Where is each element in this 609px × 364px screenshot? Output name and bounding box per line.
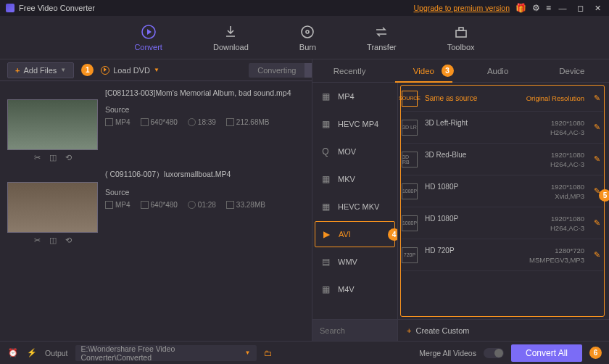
hint-badge-3: 3 bbox=[442, 65, 454, 77]
merge-toggle[interactable] bbox=[484, 348, 504, 358]
gift-icon[interactable]: 🎁 bbox=[515, 3, 526, 13]
cut-icon[interactable]: ✂ bbox=[34, 153, 41, 162]
effects-icon[interactable]: ⟲ bbox=[65, 236, 72, 245]
codec-value: MP4 bbox=[105, 201, 130, 209]
fmt-avi[interactable]: ▶AVI4 bbox=[315, 221, 395, 247]
tab-transfer[interactable]: Transfer bbox=[362, 21, 401, 54]
tab-toolbox[interactable]: Toolbox bbox=[443, 21, 479, 54]
preset-resolution: Original Resolution bbox=[526, 94, 584, 102]
output-label: Output bbox=[45, 349, 68, 357]
ptab-audio[interactable]: Audio bbox=[461, 59, 535, 82]
ptab-video-label: Video bbox=[413, 67, 434, 75]
file-item: ( C091106-007）luxorsmallboat.MP4 ✂ ◫ ⟲ S… bbox=[7, 170, 304, 245]
create-custom-button[interactable]: Create Custom bbox=[398, 326, 478, 335]
effects-icon[interactable]: ⟲ bbox=[65, 153, 72, 162]
svg-rect-4 bbox=[456, 30, 466, 37]
maximize-button[interactable]: ◻ bbox=[574, 3, 586, 13]
schedule-icon[interactable]: ⏰ bbox=[7, 348, 19, 357]
fmt-m4v[interactable]: ▦M4V bbox=[312, 276, 397, 303]
film-icon: ▤ bbox=[320, 257, 331, 267]
panel-tabs: Recently Video 3 Audio Device bbox=[312, 59, 609, 83]
gpu-icon[interactable]: ⚡ bbox=[26, 348, 38, 357]
fmt-mkv[interactable]: ▦MKV bbox=[312, 165, 397, 193]
preset-icon: SOURCE bbox=[402, 91, 418, 107]
edit-icon[interactable]: ✎ bbox=[592, 123, 602, 133]
minimize-button[interactable]: — bbox=[557, 3, 568, 13]
edit-icon[interactable]: ✎ bbox=[592, 218, 602, 228]
preset-item[interactable]: 3D LR 3D Left-Right1920*1080 H264,AC-3 ✎ bbox=[402, 112, 603, 144]
disc-icon bbox=[101, 66, 109, 75]
tab-transfer-label: Transfer bbox=[367, 43, 397, 51]
convert-icon bbox=[141, 24, 157, 40]
load-dvd-button[interactable]: Load DVD ▼ bbox=[101, 66, 160, 75]
preset-item[interactable]: 1080P HD 1080P1920*1080 Xvid,MP3 ✎ bbox=[402, 175, 603, 207]
video-thumbnail[interactable] bbox=[7, 99, 98, 150]
crop-icon[interactable]: ◫ bbox=[49, 153, 57, 162]
edit-icon[interactable]: ✎ bbox=[592, 154, 602, 165]
fmt-wmv[interactable]: ▤WMV bbox=[312, 248, 397, 276]
duration-value: 01:28 bbox=[188, 201, 216, 209]
fmt-mov[interactable]: QMOV bbox=[312, 138, 397, 165]
preset-resolution: 1920*1080 bbox=[551, 183, 584, 191]
svg-point-2 bbox=[302, 26, 313, 38]
crop-icon[interactable]: ◫ bbox=[49, 236, 57, 245]
app-logo-icon bbox=[6, 4, 14, 12]
svg-point-3 bbox=[306, 30, 309, 33]
fmt-hevc-mkv[interactable]: ▦HEVC MKV bbox=[312, 193, 397, 220]
convert-all-button[interactable]: Convert All bbox=[511, 344, 582, 362]
film-icon: ▦ bbox=[320, 174, 331, 184]
preset-name: HD 720P bbox=[425, 247, 455, 255]
tab-download[interactable]: Download bbox=[209, 21, 253, 54]
format-list: ▦MP4 ▦HEVC MP4 QMOV ▦MKV ▦HEVC MKV ▶AVI4… bbox=[312, 83, 398, 319]
burn-icon bbox=[299, 24, 315, 40]
video-thumbnail[interactable] bbox=[7, 182, 98, 233]
preset-codec: MSMPEGV3,MP3 bbox=[425, 256, 584, 264]
play-icon: ▶ bbox=[320, 229, 332, 239]
upgrade-link[interactable]: Upgrade to premium version bbox=[414, 4, 510, 12]
preset-item[interactable]: 720P HD 720P1280*720 MSMPEGV3,MP3 ✎ bbox=[402, 239, 603, 271]
film-icon: ▦ bbox=[320, 91, 331, 102]
seg-converting[interactable]: Converting bbox=[249, 63, 304, 78]
add-files-button[interactable]: + Add Files ▼ bbox=[7, 62, 74, 78]
cut-icon[interactable]: ✂ bbox=[34, 236, 41, 245]
settings-icon[interactable]: ⚙ bbox=[532, 3, 540, 13]
edit-icon[interactable]: ✎ bbox=[592, 250, 602, 260]
film-icon: ▦ bbox=[320, 119, 331, 129]
output-path-select[interactable]: E:\Wondershare Free Video Converter\Conv… bbox=[75, 345, 257, 361]
fmt-mp4[interactable]: ▦MP4 bbox=[312, 83, 397, 110]
duration-value: 18:39 bbox=[188, 118, 216, 126]
size-value: 33.28MB bbox=[226, 201, 265, 209]
preset-icon: 1080P bbox=[402, 183, 418, 199]
preset-codec: H264,AC-3 bbox=[425, 128, 584, 136]
ptab-recently[interactable]: Recently bbox=[312, 59, 386, 82]
edit-icon[interactable]: ✎ bbox=[592, 94, 602, 104]
preset-name: 3D Red-Blue bbox=[425, 151, 466, 159]
svg-marker-1 bbox=[147, 29, 152, 35]
preset-name: Same as source bbox=[425, 94, 477, 102]
menu-icon[interactable]: ≡ bbox=[546, 3, 551, 13]
app-title: Free Video Converter bbox=[19, 4, 95, 12]
close-button[interactable]: ✕ bbox=[592, 3, 603, 13]
plus-icon: + bbox=[15, 66, 20, 75]
ptab-device[interactable]: Device bbox=[535, 59, 609, 82]
tab-burn[interactable]: Burn bbox=[295, 21, 320, 54]
search-input[interactable]: Search bbox=[312, 320, 398, 341]
open-folder-icon[interactable]: 🗀 bbox=[264, 349, 272, 357]
tab-burn-label: Burn bbox=[299, 43, 316, 51]
preset-item[interactable]: SOURCE Same as sourceOriginal Resolution… bbox=[402, 86, 603, 112]
file-name: [C081213-003]Mom's Memorial Album, bad s… bbox=[7, 88, 304, 97]
transfer-icon bbox=[373, 24, 389, 40]
hint-badge-6: 6 bbox=[589, 347, 602, 359]
fmt-hevc-mp4[interactable]: ▦HEVC MP4 bbox=[312, 110, 397, 138]
preset-name: HD 1080P bbox=[425, 183, 458, 191]
preset-resolution: 1280*720 bbox=[555, 247, 584, 255]
preset-item[interactable]: 3D RB 3D Red-Blue1920*1080 H264,AC-3 ✎ bbox=[402, 144, 603, 175]
quicktime-icon: Q bbox=[320, 146, 331, 157]
source-label: Source bbox=[105, 105, 304, 114]
preset-resolution: 1920*1080 bbox=[551, 119, 584, 127]
preset-item[interactable]: 1080P HD 1080P1920*1080 H264,AC-3 ✎ bbox=[402, 207, 603, 239]
tab-toolbox-label: Toolbox bbox=[447, 43, 475, 51]
tab-convert[interactable]: Convert bbox=[130, 21, 167, 54]
hint-badge-4: 4 bbox=[388, 228, 398, 241]
ptab-video[interactable]: Video 3 bbox=[386, 59, 460, 82]
